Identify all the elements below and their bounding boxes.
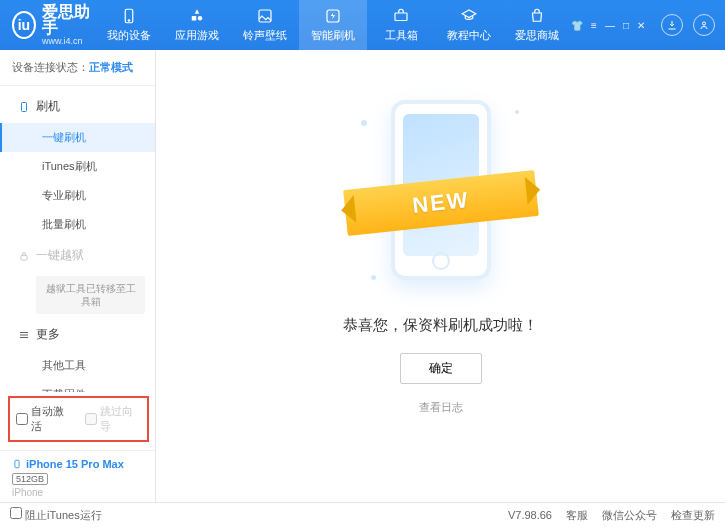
app-url: www.i4.cn <box>42 36 95 46</box>
footer-link-wechat[interactable]: 微信公众号 <box>602 508 657 523</box>
success-illustration: NEW <box>351 90 531 300</box>
skip-guide-checkbox[interactable]: 跳过向导 <box>85 404 142 434</box>
sidebar-group-more[interactable]: 更多 <box>0 318 155 351</box>
download-button[interactable] <box>661 14 683 36</box>
svg-rect-2 <box>192 16 197 21</box>
nav-label: 铃声壁纸 <box>243 28 287 43</box>
device-name[interactable]: iPhone 15 Pro Max <box>12 457 143 471</box>
top-nav: 我的设备 应用游戏 铃声壁纸 智能刷机 工具箱 教程中心 爱思商城 <box>95 0 571 50</box>
footer-link-update[interactable]: 检查更新 <box>671 508 715 523</box>
minimize-icon[interactable]: — <box>605 20 615 31</box>
nav-tutorials[interactable]: 教程中心 <box>435 0 503 50</box>
status-label: 设备连接状态： <box>12 61 89 73</box>
svg-rect-4 <box>259 10 271 22</box>
svg-rect-10 <box>15 460 19 468</box>
nav-label: 教程中心 <box>447 28 491 43</box>
nav-toolbox[interactable]: 工具箱 <box>367 0 435 50</box>
nav-label: 爱思商城 <box>515 28 559 43</box>
svg-rect-9 <box>21 255 27 260</box>
status-value: 正常模式 <box>89 61 133 73</box>
connection-status: 设备连接状态：正常模式 <box>0 50 155 86</box>
nav-apps[interactable]: 应用游戏 <box>163 0 231 50</box>
sidebar-item-itunes[interactable]: iTunes刷机 <box>0 152 155 181</box>
new-banner: NEW <box>343 170 539 236</box>
sidebar-jailbreak-moved: 越狱工具已转移至工具箱 <box>36 276 145 314</box>
device-type: iPhone <box>12 487 143 498</box>
tutorial-icon <box>460 7 478 25</box>
group-label: 一键越狱 <box>36 247 84 264</box>
close-icon[interactable]: ✕ <box>637 20 645 31</box>
flash-icon <box>324 7 342 25</box>
svg-point-1 <box>128 20 130 22</box>
block-itunes-checkbox[interactable]: 阻止iTunes运行 <box>10 507 102 523</box>
sidebar-item-pro[interactable]: 专业刷机 <box>0 181 155 210</box>
svg-point-3 <box>198 16 203 21</box>
nav-label: 应用游戏 <box>175 28 219 43</box>
menu-icon[interactable]: ≡ <box>591 20 597 31</box>
sidebar-group-jailbreak: 一键越狱 <box>0 239 155 272</box>
footer-link-service[interactable]: 客服 <box>566 508 588 523</box>
nav-ringtones[interactable]: 铃声壁纸 <box>231 0 299 50</box>
sidebar-item-download-fw[interactable]: 下载固件 <box>0 380 155 392</box>
options-highlight-box: 自动激活 跳过向导 <box>8 396 149 442</box>
toolbox-icon <box>392 7 410 25</box>
nav-store[interactable]: 爱思商城 <box>503 0 571 50</box>
logo-icon: iu <box>12 11 36 39</box>
nav-label: 智能刷机 <box>311 28 355 43</box>
window-controls: 👕 ≡ — □ ✕ <box>571 20 645 31</box>
auto-activate-checkbox[interactable]: 自动激活 <box>16 404 73 434</box>
ok-button[interactable]: 确定 <box>400 353 482 384</box>
nav-flash[interactable]: 智能刷机 <box>299 0 367 50</box>
svg-rect-8 <box>22 102 27 111</box>
svg-point-7 <box>703 22 706 25</box>
app-name: 爱思助手 <box>42 4 95 36</box>
svg-rect-6 <box>395 13 407 21</box>
apps-icon <box>188 7 206 25</box>
version-label: V7.98.66 <box>508 509 552 521</box>
store-icon <box>528 7 546 25</box>
success-message: 恭喜您，保资料刷机成功啦！ <box>343 316 538 335</box>
sidebar-item-batch[interactable]: 批量刷机 <box>0 210 155 239</box>
maximize-icon[interactable]: □ <box>623 20 629 31</box>
sidebar-item-other-tools[interactable]: 其他工具 <box>0 351 155 380</box>
wallpaper-icon <box>256 7 274 25</box>
skin-icon[interactable]: 👕 <box>571 20 583 31</box>
sidebar-item-onekey[interactable]: 一键刷机 <box>0 123 155 152</box>
nav-label: 工具箱 <box>385 28 418 43</box>
sidebar-group-flash[interactable]: 刷机 <box>0 90 155 123</box>
user-button[interactable] <box>693 14 715 36</box>
storage-badge: 512GB <box>12 473 48 485</box>
device-info: iPhone 15 Pro Max 512GB iPhone <box>0 450 155 502</box>
device-icon <box>120 7 138 25</box>
nav-label: 我的设备 <box>107 28 151 43</box>
group-label: 刷机 <box>36 98 60 115</box>
nav-my-device[interactable]: 我的设备 <box>95 0 163 50</box>
group-label: 更多 <box>36 326 60 343</box>
view-log-link[interactable]: 查看日志 <box>419 400 463 415</box>
app-logo: iu 爱思助手 www.i4.cn <box>0 4 95 46</box>
